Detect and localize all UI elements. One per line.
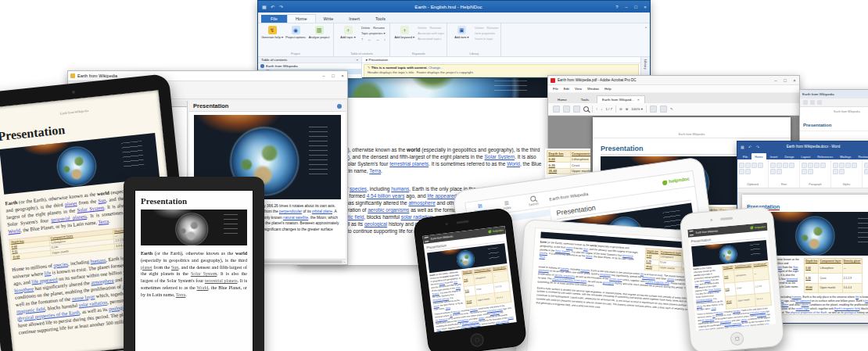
email-icon[interactable]	[573, 106, 580, 113]
close-panel-icon[interactable]: ×	[356, 58, 358, 62]
quick-access-toolbar[interactable]: ▦ ↶ ↷	[741, 145, 761, 149]
ribbon-tab[interactable]: Tools	[368, 15, 393, 23]
save-icon[interactable]	[553, 106, 560, 113]
page-header: Earth from Wikipedia	[800, 107, 868, 116]
ribbon-tab[interactable]: File	[740, 153, 751, 159]
table-header: Depth km	[547, 151, 571, 157]
tab-search[interactable]: Search	[522, 195, 543, 207]
menu-icon[interactable]	[425, 237, 429, 242]
search-icon[interactable]	[583, 106, 589, 112]
help-button[interactable]: ?	[612, 5, 622, 9]
maximize-button[interactable]: □	[780, 78, 790, 83]
change-link[interactable]: Change...	[429, 66, 443, 70]
refresh-icon[interactable]	[817, 100, 822, 105]
table-header: Density g/cm³	[842, 259, 862, 264]
menu-item[interactable]: Help	[604, 87, 612, 91]
article-paragraph-1: Earth (or the Earth), otherwise known as…	[694, 266, 724, 312]
toc-root-item[interactable]: Earth from Wikipedia	[258, 63, 361, 69]
delete-topic-button[interactable]: Delete	[361, 26, 370, 30]
depth-table: Depth kmComponent layerDensity g/cm³ 0-6…	[722, 262, 772, 310]
page-down-icon[interactable]: ↓	[601, 107, 602, 111]
home-button[interactable]: ▢	[470, 332, 485, 347]
ribbon-tab[interactable]: Insert	[767, 153, 781, 159]
add-topic-button[interactable]: ＋Add topic ▾	[336, 25, 360, 52]
project-options-button[interactable]: ◉Project options	[284, 25, 307, 52]
help-file-icon	[70, 73, 75, 78]
camera-dot	[72, 90, 75, 93]
sign-pen-icon[interactable]: ✎	[670, 107, 673, 111]
ribbon-tab[interactable]: Insert	[341, 15, 368, 23]
helpndoc-logo: helpndoc	[488, 228, 504, 234]
add-item-button[interactable]: ▣Add item ▾	[450, 25, 473, 52]
home-button[interactable]: ▢	[730, 331, 744, 346]
rename-keyword-button[interactable]: Rename	[429, 26, 441, 30]
ribbon-group: Styles	[831, 159, 863, 188]
comment-icon[interactable]	[660, 106, 667, 113]
table-row: 0-35Crust2.2-2.9	[805, 274, 862, 283]
menu-icon[interactable]	[689, 231, 694, 235]
minimize-button[interactable]: –	[319, 73, 328, 78]
page-indicator[interactable]: 1 / 7	[605, 107, 612, 111]
ribbon-group: Paragraph	[800, 159, 831, 188]
zoom-in-icon[interactable]: ⊕	[626, 107, 629, 111]
page-up-icon[interactable]: ↑	[596, 107, 597, 111]
move-topic-arrows[interactable]: ↑ ← → ↓	[361, 37, 387, 41]
titlebar: ▦ ↶ ↷ Earth - English.hnd - HelpNDoc ? –…	[258, 1, 650, 13]
group-label: Table of contents	[336, 52, 387, 56]
camera-dot	[445, 223, 447, 225]
ribbon-tab[interactable]: Review	[855, 153, 868, 159]
ribbon-tab[interactable]: Design	[781, 153, 797, 159]
ribbon-collapse-icon[interactable]: ▴	[501, 23, 650, 56]
fit-width-icon[interactable]	[650, 106, 657, 113]
insert-in-topic-button[interactable]: Insert in topic	[475, 37, 493, 41]
associate-with-topic-button[interactable]: Associate with topic	[418, 31, 444, 35]
group-label: Font	[781, 183, 787, 186]
maximize-button[interactable]: □	[631, 5, 640, 9]
ribbon-tab[interactable]: Home	[751, 153, 766, 159]
leaf-icon	[750, 226, 753, 229]
helpndoc-window: ▦ ↶ ↷ Earth - English.hnd - HelpNDoc ? –…	[257, 0, 651, 78]
print-icon[interactable]	[563, 106, 570, 113]
close-button[interactable]: ×	[640, 5, 650, 9]
generate-help-button[interactable]: ↯Generate help ▾	[260, 25, 284, 52]
delete-item-button[interactable]: Delete	[475, 26, 483, 30]
document-tab[interactable]: Earth from Wikiped...×	[597, 95, 645, 103]
titlebar: ▦ ↶ ↷ Earth from Wikipedia.docx - Word –…	[737, 141, 868, 152]
window-title: Earth - English.hnd - HelpNDoc	[285, 4, 612, 9]
quick-access-toolbar[interactable]: ▦ ↶ ↷	[262, 4, 285, 9]
ribbon-tab[interactable]: Layout	[798, 153, 814, 159]
item-properties-button[interactable]: Item properties	[475, 31, 495, 35]
page-header: Earth from Wikipedia	[593, 133, 791, 138]
ribbon-tab[interactable]: References	[814, 153, 836, 159]
forward-icon[interactable]	[810, 100, 815, 105]
minimize-button[interactable]: –	[771, 78, 780, 83]
menu-item[interactable]: Window	[587, 87, 599, 91]
associated-topics-button[interactable]: Associated topics	[418, 37, 441, 41]
ribbon-tab[interactable]: Home	[287, 14, 316, 23]
topic-breadcrumb[interactable]: ▸ Presentation	[362, 57, 640, 63]
menu-item[interactable]: Edit	[564, 87, 569, 91]
ribbon-tab[interactable]: Mailings	[837, 153, 854, 159]
delete-keyword-button[interactable]: Delete	[418, 26, 426, 30]
table-header: Component layer	[570, 151, 590, 157]
menu-item[interactable]: File	[553, 87, 558, 91]
back-icon[interactable]	[803, 100, 808, 105]
topic-properties-button[interactable]: Topic properties ▾	[361, 31, 386, 35]
tab-home[interactable]: Home	[551, 96, 573, 103]
ribbon-tab[interactable]: Write	[316, 15, 342, 23]
close-tab-icon[interactable]: ×	[637, 98, 640, 102]
zoom-level-dropdown[interactable]: 100% ▾	[631, 107, 643, 111]
analyze-project-button[interactable]: ▥Analyze project	[307, 25, 331, 52]
close-button[interactable]: ×	[790, 78, 799, 83]
rename-topic-button[interactable]: Rename	[373, 26, 385, 30]
menu-item[interactable]: View	[575, 87, 582, 91]
maximize-button[interactable]: □	[328, 73, 338, 78]
ribbon-tab[interactable]: File	[261, 15, 287, 23]
zoom-out-icon[interactable]: ⊖	[619, 107, 622, 111]
tab-tools[interactable]: Tools	[575, 96, 595, 103]
minimize-button[interactable]: –	[622, 5, 631, 9]
rename-item-button[interactable]: Rename	[487, 26, 499, 30]
add-keyword-button[interactable]: ＋Add keyword ▾	[393, 25, 416, 52]
titlebar: Earth from Wikipedia.pdf - Adobe Acrobat…	[548, 76, 799, 85]
close-button[interactable]: ×	[338, 73, 347, 78]
